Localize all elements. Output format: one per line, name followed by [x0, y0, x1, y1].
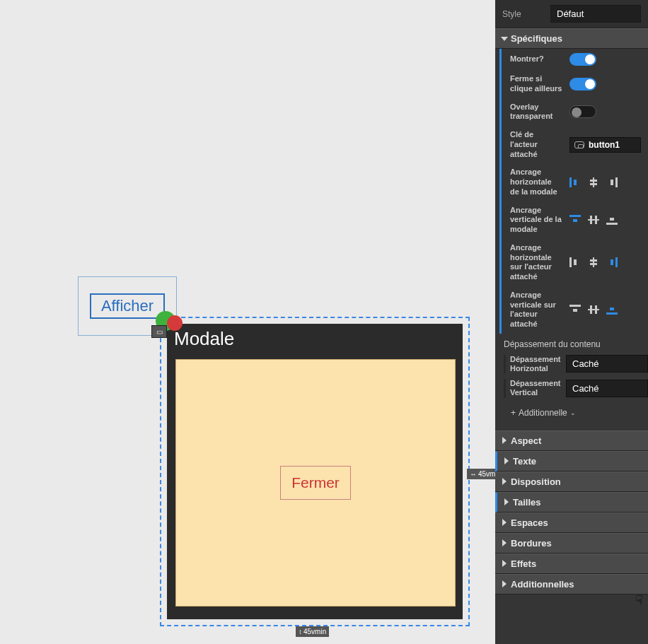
overlay-label: Overlay transparent — [510, 103, 562, 122]
anchor-top-button[interactable] — [569, 305, 581, 315]
prop-overlay: Overlay transparent — [499, 98, 648, 127]
section-bordures-label: Bordures — [511, 538, 552, 549]
prop-anc-h-modale: Ancrage horizontale de la modale — [499, 163, 648, 201]
montrer-label: Montrer? — [510, 54, 562, 64]
section-tailles-label: Tailles — [513, 497, 541, 508]
chevron-right-icon — [502, 478, 507, 485]
anc-v-modale-group — [569, 215, 618, 225]
overflow-v-value: Caché — [572, 383, 599, 394]
anchor-vcenter-button[interactable] — [588, 215, 599, 225]
link-icon — [574, 141, 584, 148]
section-espaces-label: Espaces — [511, 517, 548, 528]
cle-input[interactable]: button1 — [569, 137, 641, 153]
handle-red-icon[interactable] — [167, 315, 183, 331]
prop-ferme: Ferme si clique ailleurs — [499, 70, 648, 98]
additionnelle-label: Additionnelle — [519, 408, 567, 418]
chevron-right-icon — [502, 560, 507, 567]
anc-h-modale-label: Ancrage horizontale de la modale — [510, 168, 562, 197]
anchor-right-button[interactable] — [606, 257, 618, 267]
fermer-button[interactable]: Fermer — [280, 466, 351, 500]
section-additionnelles-label: Additionnelles — [511, 579, 574, 590]
anchor-hcenter-button[interactable] — [588, 177, 599, 187]
section-aspect-header[interactable]: Aspect — [495, 431, 648, 451]
anchor-top-button[interactable] — [569, 215, 581, 225]
overflow-h-value: Caché — [572, 358, 599, 369]
section-espaces-header[interactable]: Espaces — [495, 513, 648, 533]
style-value: Défaut — [557, 8, 584, 19]
style-row: Style Défaut — [495, 0, 648, 28]
anchor-hcenter-button[interactable] — [588, 257, 599, 267]
overflow-v-row: Dépassement Vertical Caché — [495, 376, 648, 400]
additionnelle-button[interactable]: + Additionnelle ⌄ — [495, 401, 648, 431]
overflow-v-select[interactable]: Caché — [566, 380, 648, 397]
section-effets-label: Effets — [511, 558, 536, 569]
section-aspect-label: Aspect — [511, 435, 541, 446]
style-select[interactable]: Défaut — [550, 5, 641, 23]
size-badge-vertical: ↕ 45vmin — [296, 626, 329, 637]
anc-h-acteur-group — [569, 257, 618, 267]
section-effets-header[interactable]: Effets — [495, 554, 648, 574]
arrows-v-icon: ↕ — [299, 628, 302, 636]
section-bordures-header[interactable]: Bordures — [495, 533, 648, 554]
ferme-label: Ferme si clique ailleurs — [510, 74, 562, 94]
anchor-bottom-button[interactable] — [606, 215, 618, 225]
link-handles[interactable]: ▭ — [151, 311, 181, 341]
prop-anc-h-acteur: Ancrage horizontale sur l'acteur attaché — [499, 239, 648, 286]
overflow-h-label: Dépassement Horizontal — [504, 355, 560, 373]
modal-body[interactable]: Fermer — [175, 359, 456, 607]
chevron-right-icon — [502, 580, 507, 587]
arrows-h-icon: ↔ — [470, 470, 477, 478]
style-label: Style — [502, 9, 545, 19]
fermer-label: Fermer — [291, 474, 340, 491]
anc-v-modale-label: Ancrage verticale de la modale — [510, 206, 562, 235]
prop-cle-acteur: Clé de l'acteur attaché button1 — [499, 126, 648, 163]
overflow-h-select[interactable]: Caché — [566, 355, 648, 373]
anchor-left-button[interactable] — [569, 177, 581, 187]
actor-chip-icon[interactable]: ▭ — [151, 325, 167, 338]
section-disposition-label: Disposition — [511, 476, 561, 487]
anchor-bottom-button[interactable] — [606, 305, 618, 315]
section-specifiques-header[interactable]: Spécifiques — [495, 28, 648, 49]
prop-anc-v-acteur: Ancrage verticale sur l'acteur attaché — [499, 286, 648, 334]
montrer-toggle[interactable] — [569, 53, 596, 66]
modal-title: Modale — [167, 324, 463, 356]
anc-v-acteur-label: Ancrage verticale sur l'acteur attaché — [510, 291, 562, 329]
chevron-right-icon — [504, 498, 509, 505]
overlay-toggle[interactable] — [569, 105, 596, 118]
anchor-left-button[interactable] — [569, 257, 581, 267]
prop-anc-v-modale: Ancrage verticale de la modale — [499, 201, 648, 239]
anchor-right-button[interactable] — [606, 177, 618, 187]
cle-value: button1 — [589, 140, 620, 150]
chevron-right-icon — [504, 457, 509, 464]
ferme-toggle[interactable] — [569, 78, 596, 90]
overflow-heading: Dépassement du contenu — [495, 334, 648, 352]
chevron-down-icon — [501, 37, 508, 41]
cle-label: Clé de l'acteur attaché — [510, 130, 562, 159]
section-additionnelles-header[interactable]: Additionnelles — [495, 574, 648, 595]
plus-icon: + — [511, 408, 516, 418]
anchor-vcenter-button[interactable] — [588, 305, 599, 315]
chevron-right-icon — [502, 519, 507, 526]
section-specifiques-label: Spécifiques — [511, 33, 562, 44]
afficher-label: Afficher — [101, 297, 154, 315]
size-v-value: 45vmin — [303, 628, 326, 636]
chevron-right-icon — [502, 539, 507, 546]
anc-h-acteur-label: Ancrage horizontale sur l'acteur attaché — [510, 243, 562, 282]
anc-h-modale-group — [569, 177, 618, 187]
overflow-h-row: Dépassement Horizontal Caché — [495, 352, 648, 376]
section-disposition-header[interactable]: Disposition — [495, 472, 648, 492]
overflow-v-label: Dépassement Vertical — [504, 379, 560, 397]
section-texte-label: Texte — [513, 456, 536, 467]
anc-v-acteur-group — [569, 305, 618, 315]
prop-montrer: Montrer? — [499, 49, 648, 70]
section-texte-header[interactable]: Texte — [495, 451, 648, 472]
chevron-right-icon — [502, 437, 507, 444]
inspector-panel: Style Défaut Spécifiques Montrer? Ferme … — [495, 0, 648, 644]
design-canvas[interactable]: Afficher Modale Fermer ▭ ↔ 45vmin ↕ 45vm… — [0, 0, 495, 644]
section-tailles-header[interactable]: Tailles — [495, 492, 648, 513]
chevron-down-icon: ⌄ — [570, 409, 576, 416]
